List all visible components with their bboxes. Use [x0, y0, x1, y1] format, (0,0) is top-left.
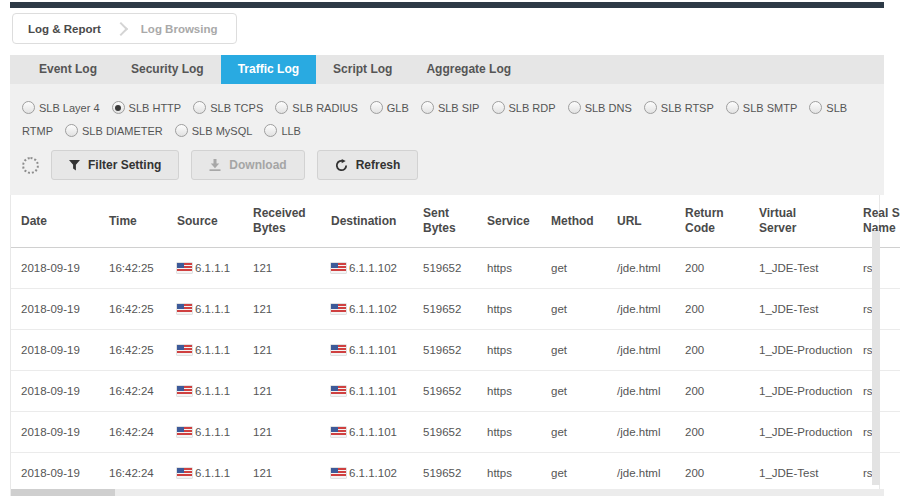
cell-virtual_server: 1_JDE-Test: [759, 248, 863, 289]
radio-button-icon: [568, 101, 581, 114]
cell-date: 2018-09-19: [11, 412, 109, 453]
radio-button-icon: [175, 124, 188, 137]
cell-return_code: 200: [685, 412, 759, 453]
breadcrumb-current-page: Log Browsing: [141, 23, 218, 35]
radio-button-icon: [809, 101, 822, 114]
cell-date: 2018-09-19: [11, 289, 109, 330]
cell-sent_bytes: 519652: [423, 453, 487, 494]
cell-return_code: 200: [685, 289, 759, 330]
cell-destination: 6.1.1.101: [331, 371, 423, 412]
cell-method: get: [551, 371, 617, 412]
cell-url: /jde.html: [617, 371, 685, 412]
tab-security-log[interactable]: Security Log: [114, 55, 221, 84]
log-type-glb[interactable]: GLB: [370, 102, 409, 114]
cell-destination: 6.1.1.102: [331, 453, 423, 494]
log-type-label: SLB RTSP: [661, 102, 714, 114]
country-flag-icon: [177, 427, 192, 437]
cell-date: 2018-09-19: [11, 371, 109, 412]
tab-event-log[interactable]: Event Log: [22, 55, 114, 84]
cell-time: 16:42:24: [109, 453, 177, 494]
cell-time: 16:42:25: [109, 248, 177, 289]
loading-spinner-icon: [22, 157, 39, 174]
horizontal-scrollbar-thumb[interactable]: [11, 489, 115, 496]
cell-source: 6.1.1.1: [177, 248, 253, 289]
column-header-time: Time: [109, 195, 177, 248]
cell-method: get: [551, 453, 617, 494]
cell-received_bytes: 121: [253, 371, 331, 412]
cell-url: /jde.html: [617, 248, 685, 289]
vertical-scrollbar[interactable]: [872, 231, 880, 485]
log-type-slb-rdp[interactable]: SLB RDP: [492, 102, 556, 114]
cell-real_server_name: rs1: [863, 412, 900, 453]
cell-destination: 6.1.1.101: [331, 330, 423, 371]
log-type-radio-group: SLB Layer 4 SLB HTTP SLB TCPS SLB RADIUS…: [10, 84, 884, 143]
log-type-llb[interactable]: LLB: [264, 125, 301, 137]
log-type-slb-radius[interactable]: SLB RADIUS: [275, 102, 357, 114]
cell-method: get: [551, 330, 617, 371]
log-type-slb-mysql[interactable]: SLB MySQL: [175, 125, 253, 137]
cell-received_bytes: 121: [253, 330, 331, 371]
cell-source: 6.1.1.1: [177, 289, 253, 330]
country-flag-icon: [331, 345, 346, 355]
chevron-right-icon: [114, 21, 128, 35]
log-type-slb-tcps[interactable]: SLB TCPS: [193, 102, 263, 114]
log-type-slb-diameter[interactable]: SLB DIAMETER: [65, 125, 163, 137]
column-header-label: Received Bytes: [253, 206, 315, 236]
radio-button-icon: [193, 101, 206, 114]
cell-time: 16:42:24: [109, 371, 177, 412]
log-type-slb-sip[interactable]: SLB SIP: [421, 102, 480, 114]
country-flag-icon: [177, 345, 192, 355]
log-type-slb-rtsp[interactable]: SLB RTSP: [644, 102, 714, 114]
horizontal-scrollbar[interactable]: [10, 489, 884, 496]
column-header-destination: Destination: [331, 195, 423, 248]
log-type-slb-smtp[interactable]: SLB SMTP: [726, 102, 797, 114]
cell-received_bytes: 121: [253, 453, 331, 494]
cell-date: 2018-09-19: [11, 453, 109, 494]
column-header-label: Date: [21, 214, 47, 229]
refresh-button[interactable]: Refresh: [317, 150, 419, 180]
radio-button-icon: [370, 101, 383, 114]
cell-service: https: [487, 412, 551, 453]
table-row: 2018-09-1916:42:256.1.1.11216.1.1.102519…: [11, 248, 900, 289]
download-button[interactable]: Download: [191, 150, 304, 180]
radio-button-icon: [644, 101, 657, 114]
radio-button-icon: [275, 101, 288, 114]
log-type-slb-http[interactable]: SLB HTTP: [112, 102, 182, 114]
cell-virtual_server: 1_JDE-Test: [759, 453, 863, 494]
cell-received_bytes: 121: [253, 289, 331, 330]
column-header-label: Time: [109, 214, 137, 229]
download-icon: [209, 159, 221, 171]
table-row: 2018-09-1916:42:246.1.1.11216.1.1.101519…: [11, 371, 900, 412]
country-flag-icon: [177, 386, 192, 396]
column-header-virtual_server: Virtual Server: [759, 195, 863, 248]
cell-time: 16:42:24: [109, 412, 177, 453]
column-header-url: URL: [617, 195, 685, 248]
cell-real_server_name: rs1: [863, 453, 900, 494]
log-type-label: GLB: [387, 102, 409, 114]
filter-setting-button[interactable]: Filter Setting: [51, 150, 179, 180]
cell-real_server_name: rs1: [863, 289, 900, 330]
cell-sent_bytes: 519652: [423, 371, 487, 412]
cell-real_server_name: rs1: [863, 330, 900, 371]
cell-source: 6.1.1.1: [177, 371, 253, 412]
radio-button-icon: [726, 101, 739, 114]
cell-url: /jde.html: [617, 412, 685, 453]
breadcrumb-section[interactable]: Log & Report: [28, 23, 101, 35]
log-type-label: SLB SMTP: [743, 102, 797, 114]
radio-button-icon: [264, 124, 277, 137]
log-type-slb-layer-4[interactable]: SLB Layer 4: [22, 102, 100, 114]
tab-traffic-log[interactable]: Traffic Log: [221, 55, 316, 84]
tab-script-log[interactable]: Script Log: [316, 55, 409, 84]
column-header-label: Destination: [331, 214, 393, 229]
tab-aggregate-log[interactable]: Aggregate Log: [409, 55, 528, 84]
cell-date: 2018-09-19: [11, 330, 109, 371]
log-type-slb-dns[interactable]: SLB DNS: [568, 102, 632, 114]
column-header-label: Source: [177, 214, 218, 229]
cell-url: /jde.html: [617, 453, 685, 494]
country-flag-icon: [331, 468, 346, 478]
cell-date: 2018-09-19: [11, 248, 109, 289]
table-row: 2018-09-1916:42:256.1.1.11216.1.1.101519…: [11, 330, 900, 371]
cell-virtual_server: 1_JDE-Production: [759, 412, 863, 453]
cell-url: /jde.html: [617, 289, 685, 330]
log-type-label: LLB: [281, 125, 301, 137]
